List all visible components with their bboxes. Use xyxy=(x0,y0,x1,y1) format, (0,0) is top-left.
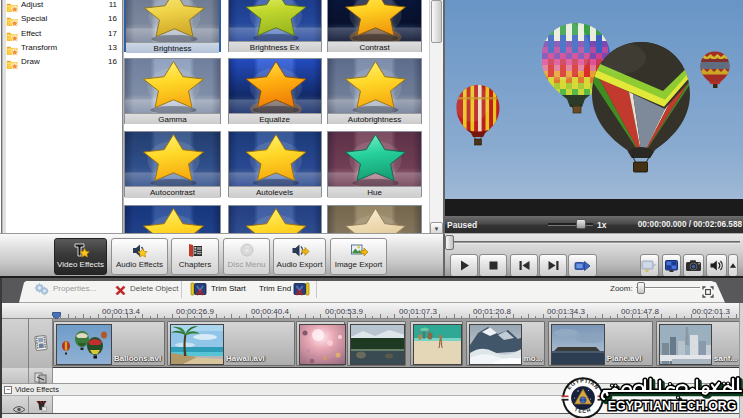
svg-text:EGYPTIANTECH.ORG: EGYPTIANTECH.ORG xyxy=(608,399,737,413)
